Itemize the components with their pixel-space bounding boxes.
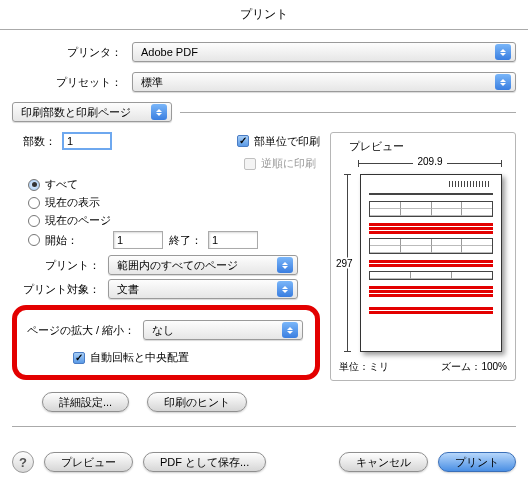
dialog-title: プリント <box>0 0 528 25</box>
preview-panel: プレビュー 209.9 297 <box>330 132 516 381</box>
radio-dot-icon <box>28 215 40 227</box>
printer-label: プリンタ： <box>12 45 132 60</box>
advanced-button[interactable]: 詳細設定... <box>42 392 129 412</box>
collate-label: 部単位で印刷 <box>254 134 320 149</box>
dropdown-arrows-icon <box>282 322 298 338</box>
preview-title: プレビュー <box>345 139 408 154</box>
reverse-label: 逆順に印刷 <box>261 156 316 171</box>
printer-value: Adobe PDF <box>141 46 198 58</box>
print-scope-select[interactable]: 範囲内のすべてのページ <box>108 255 298 275</box>
pages-to-label: 終了： <box>169 233 202 248</box>
separator <box>0 29 528 30</box>
collate-checkbox[interactable]: 部単位で印刷 <box>237 134 320 149</box>
zoom-label: ズーム：100% <box>441 360 507 374</box>
highlight-frame: ページの拡大 / 縮小： なし 自動回転と中央配置 <box>12 305 320 380</box>
section-select[interactable]: 印刷部数と印刷ページ <box>12 102 172 122</box>
advanced-button-label: 詳細設定... <box>59 395 112 410</box>
dimension-width-value: 209.9 <box>413 156 446 167</box>
hints-button[interactable]: 印刷のヒント <box>147 392 247 412</box>
pages-from-input[interactable] <box>113 231 163 249</box>
pages-all-radio[interactable]: すべて <box>28 177 320 192</box>
preview-page <box>360 174 502 352</box>
dropdown-arrows-icon <box>277 281 293 297</box>
dropdown-arrows-icon <box>495 44 511 60</box>
dropdown-arrows-icon <box>151 104 167 120</box>
preset-select[interactable]: 標準 <box>132 72 516 92</box>
print-target-label: プリント対象： <box>12 282 108 297</box>
scaling-select[interactable]: なし <box>143 320 303 340</box>
print-target-value: 文書 <box>117 282 139 297</box>
dimension-width: 209.9 <box>358 156 502 167</box>
printer-select[interactable]: Adobe PDF <box>132 42 516 62</box>
copies-label: 部数： <box>12 134 62 149</box>
pages-all-label: すべて <box>45 177 78 192</box>
units-label: 単位：ミリ <box>339 360 389 374</box>
cancel-button[interactable]: キャンセル <box>339 452 428 472</box>
preset-label: プリセット： <box>12 75 132 90</box>
cancel-button-label: キャンセル <box>356 455 411 470</box>
checkmark-icon <box>237 135 249 147</box>
checkmark-icon <box>73 352 85 364</box>
auto-rotate-checkbox[interactable]: 自動回転と中央配置 <box>73 350 189 365</box>
pages-to-input[interactable] <box>208 231 258 249</box>
auto-rotate-label: 自動回転と中央配置 <box>90 350 189 365</box>
print-target-select[interactable]: 文書 <box>108 279 298 299</box>
save-as-pdf-label: PDF として保存... <box>160 455 249 470</box>
hints-button-label: 印刷のヒント <box>164 395 230 410</box>
preset-value: 標準 <box>141 75 163 90</box>
pages-currentview-radio[interactable]: 現在の表示 <box>28 195 320 210</box>
checkbox-box <box>244 158 256 170</box>
save-as-pdf-button[interactable]: PDF として保存... <box>143 452 266 472</box>
pages-currentview-label: 現在の表示 <box>45 195 100 210</box>
radio-dot-icon <box>28 234 40 246</box>
print-scope-label: プリント： <box>12 258 108 273</box>
pages-currentpage-label: 現在のページ <box>45 213 111 228</box>
section-value: 印刷部数と印刷ページ <box>21 105 131 120</box>
question-icon: ? <box>19 455 27 470</box>
separator-line <box>180 112 516 113</box>
print-button-label: プリント <box>455 455 499 470</box>
scaling-label: ページの拡大 / 縮小： <box>27 323 143 338</box>
scaling-value: なし <box>152 323 174 338</box>
dropdown-arrows-icon <box>277 257 293 273</box>
pages-currentpage-radio[interactable]: 現在のページ <box>28 213 320 228</box>
radio-dot-icon <box>28 179 40 191</box>
radio-dot-icon <box>28 197 40 209</box>
preview-button-label: プレビュー <box>61 455 116 470</box>
dimension-height-value: 297 <box>336 258 353 269</box>
reverse-checkbox: 逆順に印刷 <box>244 156 316 171</box>
print-button[interactable]: プリント <box>438 452 516 472</box>
help-button[interactable]: ? <box>12 451 34 473</box>
pages-range-radio[interactable]: 開始： 終了： <box>28 231 320 249</box>
preview-button[interactable]: プレビュー <box>44 452 133 472</box>
pages-from-label: 開始： <box>45 233 78 248</box>
dimension-height: 297 <box>338 174 356 352</box>
copies-input[interactable] <box>62 132 112 150</box>
dropdown-arrows-icon <box>495 74 511 90</box>
print-scope-value: 範囲内のすべてのページ <box>117 258 238 273</box>
